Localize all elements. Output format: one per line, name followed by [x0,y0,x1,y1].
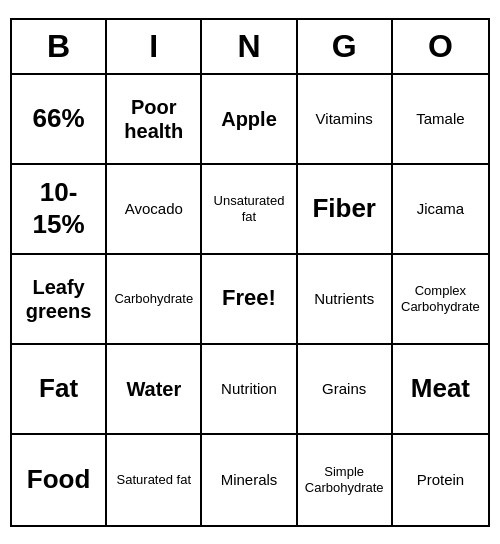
bingo-cell: 10-15% [12,165,107,255]
cell-text: Water [126,377,181,401]
cell-text: Carbohydrate [114,291,193,307]
bingo-cell: Jicama [393,165,488,255]
cell-text: 66% [33,103,85,134]
cell-text: Grains [322,380,366,398]
header-letter: B [12,20,107,73]
cell-text: Jicama [417,200,465,218]
cell-text: Complex Carbohydrate [397,283,484,314]
bingo-grid: 66%Poor healthAppleVitaminsTamale10-15%A… [12,75,488,525]
cell-text: Food [27,464,91,495]
bingo-cell: Unsaturated fat [202,165,297,255]
cell-text: Tamale [416,110,464,128]
bingo-cell: Complex Carbohydrate [393,255,488,345]
header-letter: N [202,20,297,73]
cell-text: Protein [417,471,465,489]
cell-text: Fiber [312,193,376,224]
cell-text: Fat [39,373,78,404]
cell-text: Simple Carbohydrate [302,464,387,495]
header-letter: I [107,20,202,73]
cell-text: Avocado [125,200,183,218]
cell-text: Vitamins [316,110,373,128]
bingo-cell: Carbohydrate [107,255,202,345]
bingo-cell: Grains [298,345,393,435]
cell-text: Nutrition [221,380,277,398]
bingo-cell: Nutrition [202,345,297,435]
bingo-cell: Simple Carbohydrate [298,435,393,525]
bingo-cell: Avocado [107,165,202,255]
bingo-cell: Saturated fat [107,435,202,525]
header-letter: O [393,20,488,73]
bingo-card: BINGO 66%Poor healthAppleVitaminsTamale1… [10,18,490,527]
bingo-cell: Minerals [202,435,297,525]
bingo-cell: Meat [393,345,488,435]
bingo-header: BINGO [12,20,488,75]
bingo-cell: Free! [202,255,297,345]
cell-text: Unsaturated fat [206,193,291,224]
bingo-cell: Protein [393,435,488,525]
cell-text: Apple [221,107,277,131]
bingo-cell: Food [12,435,107,525]
cell-text: Nutrients [314,290,374,308]
cell-text: Free! [222,285,276,311]
bingo-cell: Fiber [298,165,393,255]
bingo-cell: Leafy greens [12,255,107,345]
cell-text: Meat [411,373,470,404]
bingo-cell: Water [107,345,202,435]
bingo-cell: Poor health [107,75,202,165]
bingo-cell: Fat [12,345,107,435]
cell-text: Saturated fat [117,472,191,488]
bingo-cell: Nutrients [298,255,393,345]
bingo-cell: Vitamins [298,75,393,165]
bingo-cell: Tamale [393,75,488,165]
bingo-cell: 66% [12,75,107,165]
bingo-cell: Apple [202,75,297,165]
cell-text: Leafy greens [16,275,101,323]
cell-text: 10-15% [16,177,101,239]
header-letter: G [298,20,393,73]
cell-text: Poor health [111,95,196,143]
cell-text: Minerals [221,471,278,489]
